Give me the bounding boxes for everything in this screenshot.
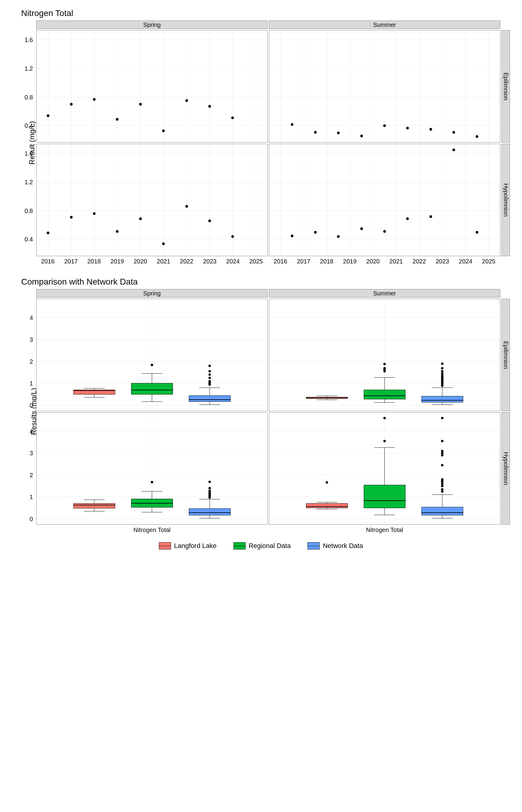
- outlier-point: [441, 478, 443, 481]
- outlier-point: [441, 367, 443, 369]
- data-point: [429, 215, 432, 218]
- outlier-point: [383, 417, 386, 419]
- boxplot-box: [189, 508, 230, 515]
- data-point: [406, 126, 409, 129]
- data-point: [291, 235, 294, 237]
- scatter-facets: Result (mg/L) Spring Summer 0.40.81.21.6…: [12, 21, 510, 265]
- outlier-point: [441, 488, 443, 491]
- outlier-point: [441, 483, 443, 485]
- boxplot-box: [306, 503, 348, 508]
- strip-col-summer: Summer: [269, 21, 500, 29]
- data-point: [314, 231, 317, 234]
- x-axis-summer: 2016201720182019202020212022202320242025: [269, 257, 500, 265]
- data-point: [337, 235, 340, 238]
- outlier-point: [441, 374, 443, 377]
- boxplot-box: [131, 499, 173, 508]
- strip2-col-summer: Summer: [269, 289, 500, 298]
- legend-swatch: [307, 542, 320, 549]
- data-point: [93, 212, 96, 215]
- boxplot-box: [421, 507, 463, 515]
- x-axis-spring: 2016201720182019202020212022202320242025: [36, 257, 268, 265]
- panel2-summer-hypo: [269, 412, 500, 525]
- strip2-row-epi: Epilimnion: [501, 299, 510, 411]
- data-point: [337, 132, 340, 135]
- data-point: [232, 117, 234, 119]
- data-point: [139, 103, 142, 106]
- data-point: [429, 128, 432, 131]
- strip2-row-hypo: Hypolimnion: [501, 412, 510, 525]
- boxplot-box: [74, 390, 115, 394]
- outlier-point: [441, 485, 443, 487]
- chart1-title: Nitrogen Total: [21, 8, 510, 18]
- data-point: [47, 232, 49, 235]
- outlier-point: [326, 481, 328, 484]
- boxplot-box: [364, 485, 405, 508]
- boxplot-box: [189, 395, 230, 402]
- data-point: [476, 231, 478, 234]
- chart2-title: Comparison with Network Data: [21, 277, 510, 287]
- data-point: [162, 129, 165, 132]
- outlier-point: [441, 440, 443, 442]
- data-point: [162, 242, 165, 245]
- data-point: [116, 118, 119, 121]
- data-point: [383, 124, 386, 127]
- data-point: [476, 135, 478, 138]
- data-point: [232, 235, 234, 238]
- boxplot-box: [364, 390, 405, 399]
- data-point: [453, 131, 455, 134]
- outlier-point: [151, 481, 153, 483]
- legend-item-langford: Langford Lake: [159, 542, 217, 550]
- data-point: [406, 217, 409, 220]
- data-point: [314, 131, 317, 134]
- outlier-point: [441, 464, 443, 466]
- strip2-col-spring: Spring: [36, 289, 268, 298]
- boxplot-box: [74, 503, 115, 508]
- boxplot-box: [306, 397, 348, 399]
- outlier-point: [151, 364, 153, 366]
- outlier-point: [441, 363, 443, 365]
- legend: Langford Lake Regional Data Network Data: [12, 542, 510, 550]
- outlier-point: [208, 481, 211, 483]
- outlier-point: [208, 490, 211, 492]
- panel2-spring-epi: 01234: [36, 299, 268, 411]
- outlier-point: [441, 370, 443, 372]
- panel2-spring-hypo: 01234: [36, 412, 268, 525]
- outlier-point: [383, 440, 386, 442]
- outlier-point: [441, 490, 443, 493]
- legend-item-network: Network Data: [307, 542, 363, 550]
- data-point: [116, 230, 119, 233]
- data-point: [383, 230, 386, 233]
- outlier-point: [208, 380, 211, 382]
- data-point: [47, 115, 49, 117]
- panel2-summer-epi: [269, 299, 500, 411]
- outlier-point: [441, 452, 443, 454]
- outlier-point: [383, 363, 386, 365]
- data-point: [208, 219, 211, 222]
- panel-spring-epi: 0.40.81.21.6: [36, 30, 268, 143]
- outlier-point: [208, 365, 211, 367]
- legend-swatch: [234, 542, 246, 549]
- outlier-point: [441, 450, 443, 452]
- outlier-point: [208, 487, 211, 489]
- legend-item-regional: Regional Data: [234, 542, 290, 550]
- data-point: [70, 216, 73, 218]
- outlier-point: [441, 417, 443, 419]
- data-point: [360, 227, 363, 230]
- data-point: [93, 98, 96, 101]
- panel-summer-epi: [269, 30, 500, 143]
- data-point: [70, 103, 73, 106]
- outlier-point: [208, 377, 211, 379]
- data-point: [185, 99, 188, 102]
- strip-col-spring: Spring: [36, 21, 268, 29]
- data-point: [208, 105, 211, 108]
- panel-summer-hypo: [269, 144, 500, 256]
- data-point: [453, 148, 455, 151]
- boxplot-facets: Results (mg/L) Spring Summer 01234 Epili…: [12, 289, 510, 533]
- x-axis2-spring: Nitrogen Total: [36, 525, 268, 533]
- data-point: [360, 135, 363, 137]
- outlier-point: [441, 454, 443, 456]
- outlier-point: [441, 372, 443, 375]
- outlier-point: [208, 373, 211, 376]
- data-point: [291, 123, 294, 126]
- x-axis2-summer: Nitrogen Total: [269, 525, 500, 533]
